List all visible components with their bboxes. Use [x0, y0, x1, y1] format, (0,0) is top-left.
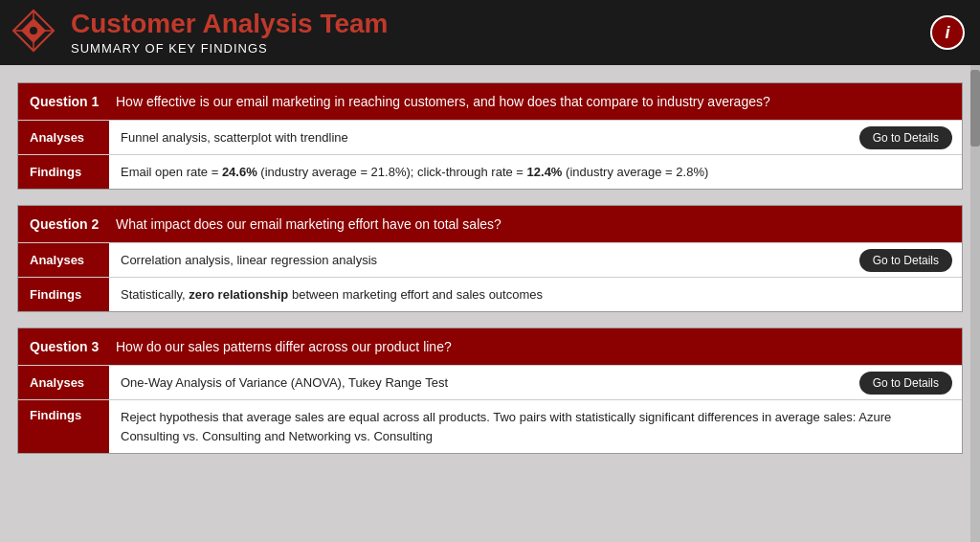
findings-2-content: Statistically, zero relationship between…: [109, 282, 962, 307]
question-block-1: Question 1 How effective is our email ma…: [17, 82, 963, 190]
question-2-label: Question 2: [30, 216, 106, 232]
question-3-row: Question 3 How do our sales patterns dif…: [18, 328, 962, 365]
analyses-1-label: Analyses: [18, 121, 109, 154]
findings-1-label: Findings: [18, 155, 109, 189]
svg-point-4: [30, 27, 37, 34]
skynet-logo: SKYNET: [11, 9, 56, 56]
findings-3-label: Findings: [18, 400, 109, 453]
goto-details-1-button[interactable]: Go to Details: [859, 126, 952, 149]
question-2-row: Question 2 What impact does our email ma…: [18, 206, 962, 242]
logo-area: SKYNET: [11, 9, 56, 56]
question-1-text: How effective is our email marketing in …: [116, 94, 770, 109]
question-1-row: Question 1 How effective is our email ma…: [18, 83, 962, 120]
findings-1-content: Email open rate = 24.6% (industry averag…: [109, 159, 962, 185]
header-text: Customer Analysis Team SUMMARY OF KEY FI…: [71, 10, 388, 56]
question-2-text: What impact does our email marketing eff…: [116, 216, 501, 232]
analyses-1-content: Funnel analysis, scatterplot with trendl…: [109, 124, 859, 150]
analyses-1-row: Analyses Funnel analysis, scatterplot wi…: [18, 120, 962, 154]
findings-2-label: Findings: [18, 278, 109, 311]
question-block-3: Question 3 How do our sales patterns dif…: [17, 327, 963, 454]
scrollbar[interactable]: [970, 65, 980, 542]
question-3-text: How do our sales patterns differ across …: [116, 339, 452, 354]
analyses-3-row: Analyses One-Way Analysis of Variance (A…: [18, 365, 962, 399]
analyses-3-content: One-Way Analysis of Variance (ANOVA), Tu…: [109, 370, 859, 395]
findings-3-row: Findings Reject hypothesis that average …: [18, 399, 962, 453]
info-button[interactable]: i: [930, 15, 965, 50]
analyses-2-label: Analyses: [18, 243, 109, 277]
goto-details-2-button[interactable]: Go to Details: [859, 249, 952, 272]
header-title: Customer Analysis Team: [71, 10, 388, 39]
header-subtitle: SUMMARY OF KEY FINDINGS: [71, 41, 388, 56]
goto-details-3-button[interactable]: Go to Details: [859, 372, 952, 395]
findings-2-row: Findings Statistically, zero relationshi…: [18, 277, 962, 311]
analyses-2-content: Correlation analysis, linear regression …: [109, 247, 859, 273]
question-3-label: Question 3: [30, 339, 106, 354]
main-content: Question 1 How effective is our email ma…: [0, 65, 980, 463]
findings-3-content: Reject hypothesis that average sales are…: [109, 400, 962, 453]
question-block-2: Question 2 What impact does our email ma…: [17, 205, 963, 312]
analyses-3-label: Analyses: [18, 366, 109, 399]
analyses-2-row: Analyses Correlation analysis, linear re…: [18, 242, 962, 277]
header: SKYNET Customer Analysis Team SUMMARY OF…: [0, 0, 980, 65]
findings-1-row: Findings Email open rate = 24.6% (indust…: [18, 154, 962, 189]
scrollbar-thumb[interactable]: [970, 70, 980, 147]
question-1-label: Question 1: [30, 94, 106, 109]
